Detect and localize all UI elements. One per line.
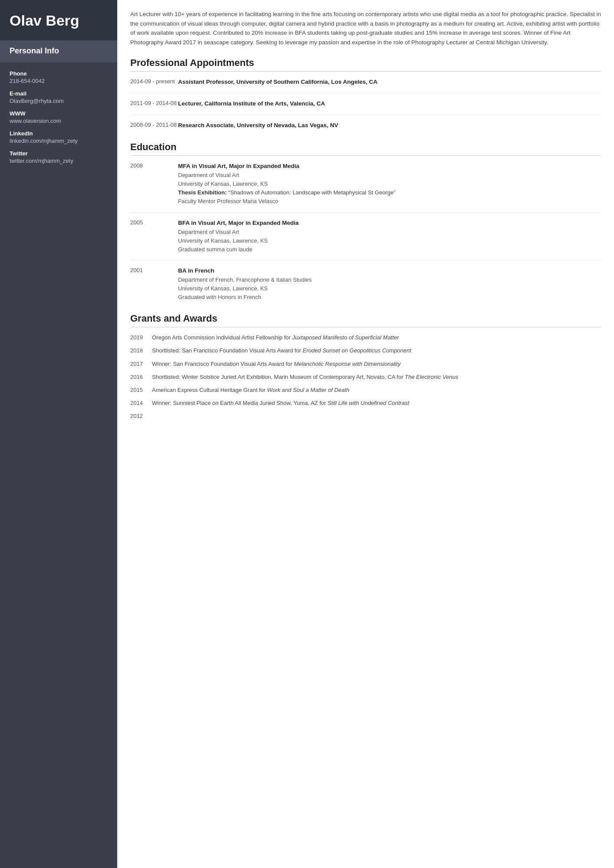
personal-info-header: Personal Info [0,40,117,62]
entry-title: Lecturer, California Institute of the Ar… [178,99,601,108]
entry-date: 2014-09 - present [130,78,178,87]
grant-body: Winner: San Francisco Foundation Visual … [152,360,601,368]
education-title: Education [130,141,601,156]
grant-year: 2019 [130,333,152,342]
entry-detail: Faculty Mentor Professor Maria Velasco [178,197,601,206]
grant-entry: 2018Shortlisted: San Francisco Foundatio… [130,346,601,355]
grant-year: 2014 [130,399,152,408]
entry-detail: Department of Visual Art [178,228,601,237]
entry-detail: Graduated with Honors in French [178,293,601,302]
field-label: E-mail [10,90,108,97]
entry-body: Lecturer, California Institute of the Ar… [178,99,601,108]
grant-entry: 2017Winner: San Francisco Foundation Vis… [130,360,601,368]
sidebar-field-twitter: Twittertwitter.com/mjhamm_zety [10,150,108,164]
grant-entry: 2015American Express Cultural Heritage G… [130,386,601,395]
entry-detail: Thesis Exhibition: “Shadows of Automatio… [178,188,601,197]
appointments-title: Professional Appointments [130,57,601,72]
entry-title: Assistant Professor, University of South… [178,78,601,87]
main-content: Art Lecturer with 10+ years of experienc… [117,0,614,868]
field-value: www.olaversion.com [10,118,108,124]
entry-body: Research Associate, University of Nevada… [178,121,601,130]
entry-degree-title: BFA in Visual Art, Major in Expanded Med… [178,219,601,228]
grant-year: 2018 [130,346,152,355]
appointment-entry: 2011-09 - 2014-08Lecturer, California In… [130,99,601,115]
grant-entry: 2014Winner: Sunniest Place on Earth All … [130,399,601,408]
entry-detail: Department of Visual Art [178,171,601,180]
sidebar-field-phone: Phone218-654-0042 [10,70,108,84]
entry-body: BA in FrenchDepartment of French, Franco… [178,266,601,302]
sidebar-field-www: WWWwww.olaversion.com [10,110,108,124]
entry-date: 2001 [130,266,178,302]
education-section: Education 2008MFA in Visual Art, Major i… [130,141,601,302]
grant-year: 2016 [130,373,152,381]
education-entry: 2001BA in FrenchDepartment of French, Fr… [130,266,601,302]
education-list: 2008MFA in Visual Art, Major in Expanded… [130,162,601,302]
appointment-entry: 2008-09 - 2011-08Research Associate, Uni… [130,121,601,130]
entry-date: 2008-09 - 2011-08 [130,121,178,130]
candidate-name: Olav Berg [10,12,108,29]
sidebar-fields: Phone218-654-0042E-mailOlavBerg@rhyta.co… [0,62,117,178]
entry-detail: University of Kansas, Lawrence, KS [178,284,601,293]
entry-title: Research Associate, University of Nevada… [178,121,601,130]
field-value: 218-654-0042 [10,78,108,84]
entry-detail: Department of French, Francophone & Ital… [178,276,601,284]
grant-year: 2015 [130,386,152,395]
entry-degree-title: MFA in Visual Art, Major in Expanded Med… [178,162,601,171]
name-section: Olav Berg [0,0,117,40]
sidebar: Olav Berg Personal Info Phone218-654-004… [0,0,117,868]
grant-body: Winner: Sunniest Place on Earth All Medi… [152,399,601,408]
field-label: Phone [10,70,108,77]
appointments-section: Professional Appointments 2014-09 - pres… [130,57,601,130]
grants-title: Grants and Awards [130,313,601,327]
grant-body [152,412,601,421]
entry-date: 2008 [130,162,178,206]
appointment-entry: 2014-09 - presentAssistant Professor, Un… [130,78,601,93]
entry-body: MFA in Visual Art, Major in Expanded Med… [178,162,601,206]
education-entry: 2008MFA in Visual Art, Major in Expanded… [130,162,601,212]
grants-list: 2019Oregon Arts Commission Individual Ar… [130,333,601,421]
summary-text: Art Lecturer with 10+ years of experienc… [130,10,601,47]
field-label: WWW [10,110,108,117]
personal-info-title: Personal Info [10,46,108,56]
entry-degree-title: BA in French [178,266,601,276]
field-label: Twitter [10,150,108,157]
field-value: OlavBerg@rhyta.com [10,98,108,104]
sidebar-field-e-mail: E-mailOlavBerg@rhyta.com [10,90,108,104]
grants-section: Grants and Awards 2019Oregon Arts Commis… [130,313,601,421]
entry-body: BFA in Visual Art, Major in Expanded Med… [178,219,601,254]
entry-date: 2011-09 - 2014-08 [130,99,178,108]
entry-detail: University of Kansas, Lawrence, KS [178,180,601,188]
education-entry: 2005BFA in Visual Art, Major in Expanded… [130,219,601,260]
grant-body: Oregon Arts Commission Individual Artist… [152,333,601,342]
field-value: linkedin.com/mjhamm_zety [10,138,108,144]
sidebar-field-linkedin: LinkedInlinkedin.com/mjhamm_zety [10,130,108,144]
entry-body: Assistant Professor, University of South… [178,78,601,87]
grant-year: 2017 [130,360,152,368]
appointments-list: 2014-09 - presentAssistant Professor, Un… [130,78,601,130]
grant-entry: 2019Oregon Arts Commission Individual Ar… [130,333,601,342]
grant-body: American Express Cultural Heritage Grant… [152,386,601,395]
grant-year: 2012 [130,412,152,421]
field-label: LinkedIn [10,130,108,137]
entry-detail: Graduated summa cum laude [178,245,601,254]
grant-body: Shortlisted: San Francisco Foundation Vi… [152,346,601,355]
field-value: twitter.com/mjhamm_zety [10,158,108,164]
entry-detail: University of Kansas, Lawrence, KS [178,237,601,245]
entry-date: 2005 [130,219,178,254]
grant-entry: 2012 [130,412,601,421]
grant-entry: 2016Shortlisted: Winter Solstice Juried … [130,373,601,381]
grant-body: Shortlisted: Winter Solstice Juried Art … [152,373,601,381]
